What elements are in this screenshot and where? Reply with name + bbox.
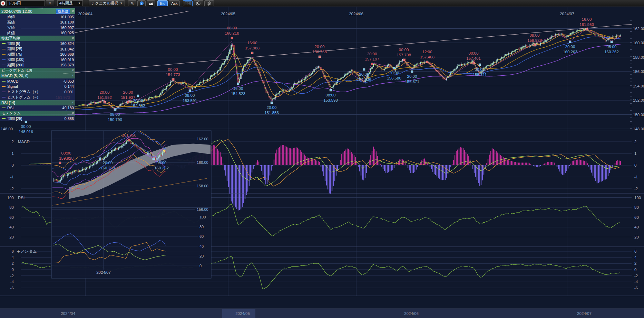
inset-rsi-label: 20 (199, 254, 204, 258)
macd-pane-title: MACD (18, 140, 30, 144)
close-icon[interactable]: × (72, 10, 74, 13)
bid-button[interactable]: Bid (157, 0, 168, 6)
currency-pair-select[interactable]: ドル/円 (6, 0, 45, 6)
indicator-section-header: RSI [14]× (0, 100, 75, 105)
indicator-axis-label: -6 (10, 286, 14, 290)
bottom-time-strip[interactable]: 2024/042024/052024/062024/07 (0, 309, 644, 318)
indicator-axis-label: 2 (12, 140, 14, 144)
inset-rsi-label: 0 (199, 264, 202, 268)
row-label: 期間 [5] (7, 41, 60, 46)
indicator-section-header: MACD [5, 20, 9]× (0, 73, 75, 79)
annotation-price: 160.263 (100, 166, 115, 170)
currency-pair-caret-button[interactable]: ▼ (46, 0, 54, 6)
annotation-time: 08:00 (530, 33, 540, 37)
annotation-price: 157.708 (397, 53, 411, 57)
indicator-axis-label: 6 (12, 249, 14, 253)
annotation-time: 08:00 (227, 26, 237, 30)
row-value: 160.668 (60, 52, 74, 56)
annotation-time: 08:00 (185, 93, 195, 97)
indicator-axis-label: -4 (10, 280, 14, 284)
swing-marker (611, 41, 613, 43)
rsi-pane-title: RSI (18, 196, 25, 200)
chevron-down-icon: ▼ (78, 2, 81, 5)
bid-label: Bid (160, 1, 165, 6)
row-value: 161.042 (60, 47, 74, 51)
annotation-price: 154.773 (166, 73, 180, 77)
swing-marker (472, 62, 475, 64)
swing-marker (231, 37, 233, 39)
row-label: 期間 [75] (7, 52, 60, 57)
ask-button[interactable]: Ask (169, 0, 180, 6)
price-axis-label-left: 148.00 (1, 127, 13, 131)
indicator-axis-label: 6 (634, 249, 636, 253)
annotation-price: 151.952 (97, 95, 112, 100)
annotation-price: 157.197 (365, 57, 379, 61)
latest-candle-button[interactable]: 最新足 (56, 9, 70, 14)
section-label: モメンタム (1, 111, 70, 116)
zoom-out-button[interactable] (194, 0, 203, 6)
annotation-time: 20:00 (389, 71, 399, 75)
fit-chart-button[interactable] (183, 0, 193, 6)
indicator-axis-label: 0 (634, 268, 636, 272)
annotation-time: 20:00 (133, 99, 143, 103)
indicator-axis-label: 2 (634, 140, 636, 144)
row-label: 安値 (7, 25, 60, 30)
zoom-in-button[interactable] (204, 0, 214, 6)
close-icon[interactable]: × (72, 69, 74, 72)
technical-select-button[interactable]: テクニカル選択 ▼ (89, 0, 125, 6)
row-label: ヒストグラム（−） (7, 95, 74, 100)
chevron-down-icon: ▼ (120, 2, 123, 5)
price-axis-label: 156.00 (633, 69, 644, 74)
inset-month-label: 2024/07 (96, 270, 111, 274)
close-icon[interactable]: × (72, 101, 74, 104)
candle-datetime: 2024/07/09 12:00 (1, 9, 55, 13)
series-color-icon (2, 107, 6, 108)
annotation-price: 161.950 (579, 22, 594, 27)
japan-flag-icon (1, 1, 5, 6)
swing-marker (371, 63, 373, 65)
annotation-price: 150.790 (108, 118, 122, 122)
draw-tool-button[interactable]: ✎ (128, 0, 136, 6)
inset-chart-window[interactable]: 162.00160.00158.00156.001008060402002024… (51, 127, 211, 278)
bottom-month-label: 2024/04 (61, 311, 75, 316)
row-value: 0.091 (64, 90, 74, 94)
indicator-axis-label: -1 (10, 175, 14, 179)
bar-fit-icon (185, 1, 191, 5)
annotation-time: 08:00 (607, 45, 617, 49)
indicator-value-row: 期間 [25]-0.886 (0, 116, 75, 122)
swing-marker (393, 67, 395, 69)
month-axis-label: 2024/06 (349, 12, 363, 16)
indicator-value-row: 安値160.907 (0, 25, 75, 30)
series-color-icon (2, 81, 6, 82)
annotation-price: 156.768 (312, 50, 327, 54)
inset-rsi-label: 80 (199, 225, 204, 229)
panel-drag-handle[interactable] (26, 8, 43, 9)
close-icon[interactable]: × (72, 112, 74, 115)
swing-marker (271, 102, 273, 104)
series-color-icon (2, 86, 6, 87)
annotation-price: 153.598 (323, 98, 338, 102)
timeframe-select[interactable]: 4時間足 ▼ (57, 0, 83, 6)
swing-marker (403, 59, 405, 61)
indicator-value-row: 期間 [5]160.824 (0, 41, 75, 47)
annotation-price: 160.263 (563, 50, 577, 54)
annotation-time: 12:00 (422, 50, 432, 54)
annotation-time: 08:00 (157, 161, 167, 165)
indicator-axis-label: 1 (12, 151, 14, 156)
annotation-time: 20:00 (100, 90, 110, 94)
bottom-month-label: 2024/07 (577, 311, 592, 316)
price-axis-label: 160.00 (633, 41, 644, 45)
indicator-axis-label: 1 (634, 151, 636, 156)
chart-style-button[interactable] (147, 0, 155, 6)
close-icon[interactable]: × (72, 37, 74, 40)
indicator-value-row: 始値161.005 (0, 14, 75, 20)
inset-price-label: 160.00 (197, 160, 208, 165)
info-button[interactable]: i (137, 0, 146, 6)
month-axis-label: 2024/07 (560, 12, 574, 16)
month-axis-label: 2024/04 (78, 12, 92, 16)
chevron-down-icon: ▼ (49, 2, 51, 5)
annotation-price: 160.218 (225, 31, 239, 35)
row-value: 161.005 (60, 15, 74, 19)
close-icon[interactable]: × (72, 74, 74, 77)
indicator-axis-label: 20 (634, 235, 639, 239)
